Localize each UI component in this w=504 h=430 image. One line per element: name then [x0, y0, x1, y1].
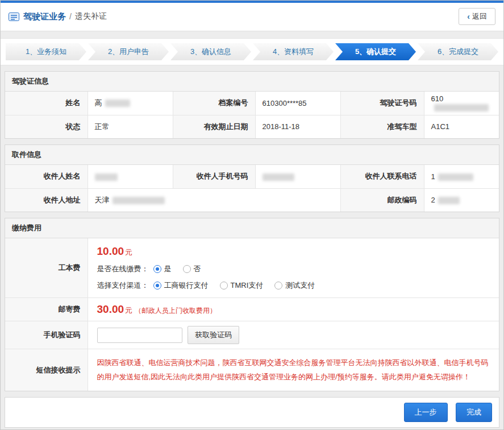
postcode-value: 2 [424, 188, 499, 212]
step-label: 4、资料填写 [273, 47, 314, 56]
step-2-user-declaration[interactable]: 2、用户申告 [88, 43, 169, 60]
redacted-text [105, 100, 130, 107]
expiry-date-value: 2018-11-18 [255, 115, 340, 138]
recipient-address-value: 天津 [88, 188, 340, 212]
online-pay-row: 是否在线缴费： 是 否 [97, 264, 490, 274]
sms-code-input[interactable] [97, 328, 182, 343]
sms-notice-cell: 因陕西省联通、电信运营商技术问题，陕西省互联网交通安全综合服务管理平台无法向持陕… [88, 349, 499, 391]
recipient-phone-value: 1 [424, 165, 499, 188]
fees-title: 缴纳费用 [5, 218, 499, 238]
redacted-text [438, 197, 460, 204]
radio-online-no[interactable] [183, 265, 191, 273]
recipient-name-value [88, 165, 173, 188]
redacted-text [263, 173, 294, 181]
table-row: 收件人姓名 收件人手机号码 收件人联系电话 1 [5, 165, 499, 188]
step-4-fill-data[interactable]: 4、资料填写 [253, 43, 334, 60]
radio-online-no-label[interactable]: 否 [194, 264, 201, 274]
recipient-mobile-value [255, 165, 340, 188]
name-label: 姓名 [5, 92, 88, 115]
pay-channel-row: 选择支付渠道： 工商银行支付 TMRI支付 测试支付 [97, 280, 490, 291]
step-6-complete-submit[interactable]: 6、完成提交 [418, 43, 498, 60]
radio-online-yes[interactable] [153, 265, 161, 273]
header: 驾驶证业务 / 遗失补证 ‹ 返回 [1, 3, 503, 31]
radio-channel-icbc-label[interactable]: 工商银行支付 [164, 280, 209, 291]
radio-channel-test[interactable] [274, 282, 282, 290]
step-3-confirm-info[interactable]: 3、确认信息 [170, 43, 251, 60]
license-number-value: 610 [424, 92, 499, 115]
postage-fee-note: （邮政人员上门收取费用） [135, 307, 216, 315]
fees-section: 缴纳费用 工本费 10.00元 是否在线缴费： 是 否 选择支付渠道： [5, 218, 499, 391]
redacted-text [438, 173, 473, 181]
footer-action-bar: 上一步 完成 [5, 397, 499, 428]
table-row: 状态 正常 有效期止日期 2018-11-18 准驾车型 A1C1 [5, 115, 499, 138]
radio-channel-icbc[interactable] [153, 282, 161, 290]
table-row: 收件人地址 天津 邮政编码 2 [5, 188, 499, 212]
step-5-confirm-submit[interactable]: 5、确认提交 [335, 43, 416, 60]
license-info-table: 姓名 高 档案编号 610300****85 驾驶证号码 610 状态 正常 有… [5, 92, 499, 138]
table-row: 姓名 高 档案编号 610300****85 驾驶证号码 610 [5, 92, 499, 115]
expiry-date-label: 有效期止日期 [173, 115, 255, 138]
license-business-icon [9, 13, 19, 21]
pickup-info-table: 收件人姓名 收件人手机号码 收件人联系电话 1 收件人地址 天津 邮政编码 2 [5, 165, 499, 212]
table-row: 邮寄费 30.00元（邮政人员上门收取费用） [5, 298, 499, 321]
file-number-label: 档案编号 [173, 92, 255, 115]
table-row: 短信接收提示 因陕西省联通、电信运营商技术问题，陕西省互联网交通安全综合服务管理… [5, 349, 499, 391]
recipient-mobile-label: 收件人手机号码 [173, 165, 255, 188]
pickup-info-title: 取件信息 [5, 145, 499, 165]
name-value: 高 [88, 92, 173, 115]
redacted-text [434, 104, 489, 111]
step-label: 2、用户申告 [108, 47, 149, 56]
prev-step-button[interactable]: 上一步 [404, 403, 448, 422]
step-label: 6、完成提交 [438, 47, 478, 56]
redacted-text [113, 197, 165, 204]
postage-fee-label: 邮寄费 [5, 298, 88, 321]
get-code-button[interactable]: 获取验证码 [188, 326, 239, 344]
fees-table: 工本费 10.00元 是否在线缴费： 是 否 选择支付渠道： 工商银行支付 [5, 238, 499, 391]
vehicle-type-label: 准驾车型 [340, 115, 424, 138]
radio-channel-tmri[interactable] [220, 282, 228, 290]
postage-fee-cell: 30.00元（邮政人员上门收取费用） [88, 298, 499, 321]
table-row: 手机验证码 获取验证码 [5, 321, 499, 349]
sms-notice-text: 因陕西省联通、电信运营商技术问题，陕西省互联网交通安全综合服务管理平台无法向持陕… [88, 349, 499, 391]
finish-button[interactable]: 完成 [456, 403, 492, 422]
production-fee-amount: 10.00元 [97, 245, 490, 258]
page-title: 驾驶证业务 [23, 11, 66, 22]
sms-code-cell: 获取验证码 [88, 321, 499, 349]
radio-channel-tmri-label[interactable]: TMRI支付 [231, 280, 264, 291]
status-label: 状态 [5, 115, 88, 138]
title-separator: / [69, 12, 72, 21]
recipient-phone-label: 收件人联系电话 [340, 165, 424, 188]
chevron-left-icon: ‹ [467, 12, 470, 21]
postcode-label: 邮政编码 [340, 188, 424, 212]
step-label: 5、确认提交 [355, 47, 396, 56]
pickup-info-section: 取件信息 收件人姓名 收件人手机号码 收件人联系电话 1 收件人地址 天津 邮政… [5, 144, 499, 212]
table-row: 工本费 10.00元 是否在线缴费： 是 否 选择支付渠道： 工商银行支付 [5, 238, 499, 298]
step-nav: 1、业务须知 2、用户申告 3、确认信息 4、资料填写 5、确认提交 6、完成提… [1, 38, 503, 65]
license-info-title: 驾驶证信息 [5, 72, 499, 92]
production-fee-label: 工本费 [5, 238, 88, 298]
page-subtitle: 遗失补证 [75, 11, 107, 22]
pay-channel-question: 选择支付渠道： [97, 280, 149, 291]
sms-code-label: 手机验证码 [5, 321, 88, 349]
recipient-address-label: 收件人地址 [5, 188, 88, 212]
production-fee-cell: 10.00元 是否在线缴费： 是 否 选择支付渠道： 工商银行支付 TMRI支付 [88, 238, 499, 298]
radio-online-yes-label[interactable]: 是 [164, 264, 172, 274]
step-label: 3、确认信息 [190, 47, 231, 56]
vehicle-type-value: A1C1 [424, 115, 499, 138]
step-1-business-notice[interactable]: 1、业务须知 [6, 43, 86, 60]
back-button-label: 返回 [472, 11, 487, 22]
online-pay-question: 是否在线缴费： [97, 264, 149, 274]
recipient-name-label: 收件人姓名 [5, 165, 88, 188]
license-info-section: 驾驶证信息 姓名 高 档案编号 610300****85 驾驶证号码 610 状… [5, 71, 499, 139]
license-number-label: 驾驶证号码 [340, 92, 424, 115]
step-label: 1、业务须知 [26, 47, 66, 56]
radio-channel-test-label[interactable]: 测试支付 [285, 280, 315, 291]
back-button[interactable]: ‹ 返回 [459, 8, 495, 25]
redacted-text [95, 173, 118, 181]
file-number-value: 610300****85 [255, 92, 340, 115]
sms-notice-label: 短信接收提示 [5, 349, 88, 391]
status-value: 正常 [88, 115, 173, 138]
